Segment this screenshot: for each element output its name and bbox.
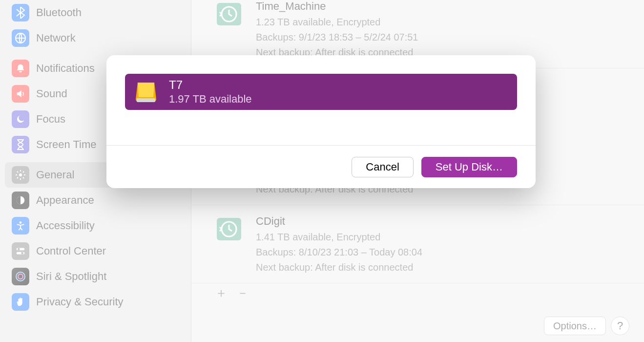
- disk-option-t7[interactable]: T7 1.97 TB available: [125, 74, 517, 110]
- disk-name: T7: [169, 78, 252, 92]
- set-up-disk-button[interactable]: Set Up Disk…: [421, 157, 517, 177]
- disk-status: 1.97 TB available: [169, 93, 252, 106]
- cancel-button[interactable]: Cancel: [352, 157, 413, 177]
- select-disk-dialog: T7 1.97 TB available Cancel Set Up Disk…: [106, 55, 536, 188]
- svg-rect-14: [137, 98, 155, 102]
- external-disk-icon: [134, 80, 158, 104]
